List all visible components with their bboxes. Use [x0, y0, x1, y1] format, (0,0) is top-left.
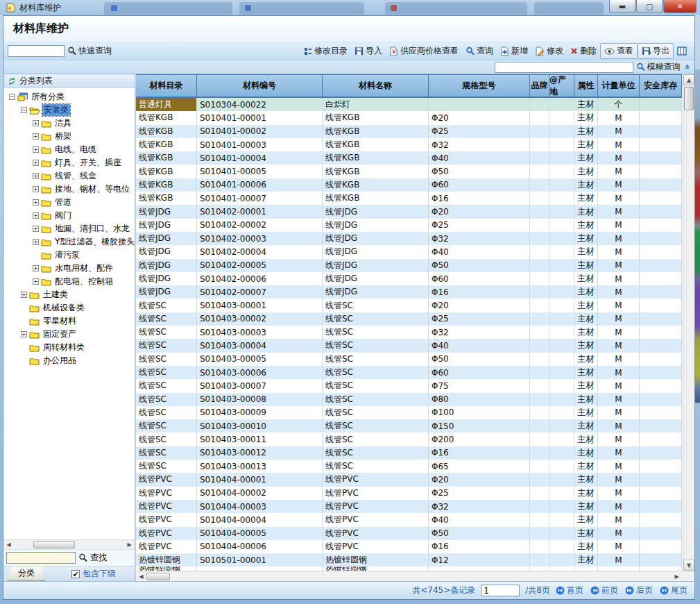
- table-row[interactable]: 线管JDGS010402-00006线管JDGΦ60主材M: [136, 272, 694, 285]
- search-icon[interactable]: [78, 553, 87, 562]
- cell-材料编号[interactable]: S010403-00003: [197, 326, 323, 339]
- minus-expander-icon[interactable]: −: [9, 94, 15, 100]
- cell-材料目录[interactable]: 线管JDG: [136, 259, 197, 272]
- table-row[interactable]: 线管PVCS010404-00002线管PVCΦ25主材M: [136, 487, 694, 500]
- table-row[interactable]: 线管SCS010403-00010线管SCΦ150主材M: [136, 419, 694, 433]
- cell-材料名称[interactable]: 线管JDG: [323, 205, 429, 218]
- include-sublevel-checkbox[interactable]: ✔: [71, 570, 80, 578]
- scroll-left-icon[interactable]: ◀: [3, 541, 14, 549]
- cell-安全库存[interactable]: [640, 232, 682, 245]
- export-button[interactable]: 导出: [638, 43, 674, 59]
- cell-计量单位[interactable]: M: [598, 366, 640, 379]
- minimize-button[interactable]: ▬: [609, 0, 635, 13]
- cell-属性[interactable]: 主材: [574, 540, 598, 553]
- tree-item-固定资产[interactable]: +固定资产: [3, 328, 135, 341]
- cell-安全库存[interactable]: [640, 205, 682, 218]
- table-vertical-scrollbar[interactable]: ▲ ▼: [683, 74, 694, 571]
- table-row[interactable]: 线管SCS010403-00008线管SCΦ80主材M: [136, 393, 694, 406]
- cell-@产地[interactable]: [549, 379, 574, 392]
- tree-item-label[interactable]: 土建类: [42, 289, 69, 301]
- cell-安全库存[interactable]: [640, 125, 682, 138]
- cell-材料目录[interactable]: 热镀锌圆钢: [136, 567, 197, 571]
- cell-材料名称[interactable]: 线管KGB: [323, 125, 429, 138]
- plus-expander-icon[interactable]: +: [33, 265, 39, 271]
- table-row[interactable]: 线管KGBS010401-00004线管KGBΦ40主材M: [136, 151, 694, 165]
- column-header-@产地[interactable]: @产地: [549, 74, 574, 98]
- table-horizontal-scrollbar[interactable]: ◀ ▶: [136, 571, 694, 581]
- cell-计量单位[interactable]: M: [598, 393, 640, 406]
- tree-item-label[interactable]: 机械设备类: [42, 302, 86, 314]
- plus-expander-icon[interactable]: +: [33, 278, 39, 285]
- cell-计量单位[interactable]: M: [598, 553, 640, 567]
- cell-材料目录[interactable]: 线管SC: [136, 366, 197, 379]
- cell-@产地[interactable]: [549, 178, 574, 192]
- cell-属性[interactable]: 主材: [574, 353, 598, 366]
- cell-@产地[interactable]: [549, 259, 574, 272]
- cell-材料目录[interactable]: 线管JDG: [136, 272, 197, 285]
- cell-属性[interactable]: 主材: [574, 339, 598, 352]
- cell-品牌[interactable]: [530, 500, 549, 513]
- cell-材料目录[interactable]: 线管JDG: [136, 245, 197, 258]
- cell-材料编号[interactable]: S010402-00004: [197, 245, 323, 258]
- cell-安全库存[interactable]: [640, 406, 682, 419]
- cell-材料名称[interactable]: 线管KGB: [323, 192, 429, 205]
- cell-品牌[interactable]: [530, 393, 549, 406]
- cell-材料编号[interactable]: S010403-00001: [197, 299, 323, 312]
- tree-item-label[interactable]: 灯具、开关、插座: [53, 157, 123, 169]
- cell-材料名称[interactable]: 白炽灯: [323, 98, 429, 111]
- cell-@产地[interactable]: [549, 326, 574, 339]
- plus-expander-icon[interactable]: +: [33, 133, 39, 140]
- cell-材料编号[interactable]: S010401-00002: [197, 125, 323, 138]
- cell-@产地[interactable]: [549, 527, 574, 540]
- table-row[interactable]: 线管PVCS010404-00003线管PVCΦ32主材M: [136, 500, 694, 513]
- cell-计量单位[interactable]: M: [598, 125, 640, 138]
- cell-计量单位[interactable]: M: [598, 540, 640, 553]
- plus-expander-icon[interactable]: +: [33, 199, 39, 205]
- scroll-up-icon[interactable]: ▲: [683, 74, 694, 85]
- cell-材料目录[interactable]: 线管SC: [136, 419, 197, 433]
- cell-材料名称[interactable]: 线管KGB: [323, 151, 429, 165]
- cell-属性[interactable]: 主材: [574, 151, 598, 165]
- table-row[interactable]: 线管SCS010403-00004线管SCΦ40主材M: [136, 339, 694, 352]
- column-header-材料目录[interactable]: 材料目录: [136, 74, 197, 98]
- table-row[interactable]: 线管KGBS010401-00006线管KGBΦ60主材M: [136, 178, 694, 192]
- column-header-材料名称[interactable]: 材料名称: [323, 74, 429, 98]
- first-page-button[interactable]: 首页: [556, 585, 583, 596]
- cell-安全库存[interactable]: [640, 165, 682, 178]
- tree-item-阀门[interactable]: +阀门: [3, 209, 135, 222]
- cell-材料名称[interactable]: 线管KGB: [323, 111, 429, 124]
- table-row[interactable]: 线管SCS010403-00003线管SCΦ32主材M: [136, 326, 694, 339]
- fuzzy-search-input[interactable]: [495, 62, 633, 73]
- cell-材料编号[interactable]: S010402-00001: [197, 205, 323, 218]
- cell-属性[interactable]: 主材: [574, 553, 598, 567]
- cell-材料名称[interactable]: 线管JDG: [323, 259, 429, 272]
- cell-计量单位[interactable]: M: [598, 379, 640, 392]
- cell-@产地[interactable]: [549, 151, 574, 165]
- cell-规格型号[interactable]: Φ65: [429, 460, 530, 473]
- cell-材料名称[interactable]: 线管SC: [323, 326, 429, 339]
- cell-@产地[interactable]: [549, 473, 574, 486]
- cell-属性[interactable]: [574, 567, 598, 571]
- cell-规格型号[interactable]: Φ32: [429, 138, 530, 151]
- cell-属性[interactable]: 主材: [574, 192, 598, 205]
- cell-安全库存[interactable]: [640, 527, 682, 540]
- cell-计量单位[interactable]: M: [598, 205, 640, 218]
- cell-材料名称[interactable]: 线管SC: [323, 433, 429, 446]
- cell-品牌[interactable]: [530, 219, 549, 232]
- cell-材料编号[interactable]: S010403-00002: [197, 312, 323, 326]
- cell-安全库存[interactable]: [640, 513, 682, 526]
- cell-材料名称[interactable]: 线管PVC: [323, 527, 429, 540]
- tree-item-零星材料[interactable]: 零星材料: [3, 314, 135, 328]
- cell-属性[interactable]: 主材: [574, 272, 598, 285]
- cell-材料编号[interactable]: S010401-00007: [197, 192, 323, 205]
- cell-材料编号[interactable]: S010402-00006: [197, 272, 323, 285]
- cell-材料编号[interactable]: S010404-00002: [197, 487, 323, 500]
- cell-材料名称[interactable]: 线管JDG: [323, 285, 429, 299]
- plus-expander-icon[interactable]: +: [33, 226, 39, 232]
- plus-expander-icon[interactable]: +: [33, 186, 39, 192]
- cell-安全库存[interactable]: [640, 312, 682, 326]
- cell-材料名称[interactable]: 热镀锌圆钢: [323, 553, 429, 567]
- cell-@产地[interactable]: [549, 540, 574, 553]
- cell-属性[interactable]: 主材: [574, 433, 598, 446]
- cell-规格型号[interactable]: Φ25: [429, 125, 530, 138]
